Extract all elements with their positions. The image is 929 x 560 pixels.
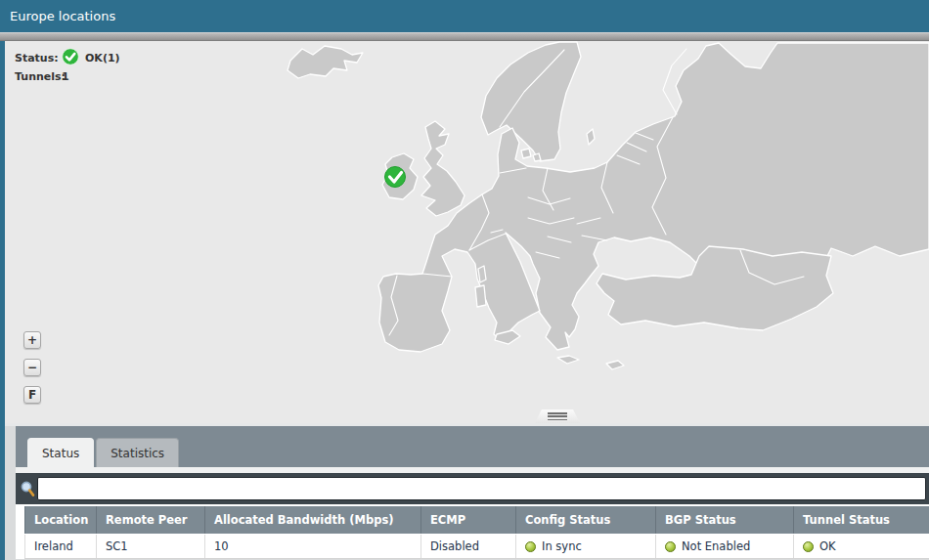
map-panel-splitter[interactable]: [535, 409, 580, 423]
column-header-config-status[interactable]: Config Status: [516, 506, 656, 535]
table-row-ireland[interactable]: Ireland SC1 10 Disabled In sync Not Enab…: [25, 535, 929, 559]
tab-strip: Status Statistics: [16, 426, 929, 467]
map-zoom-controls: + − F: [23, 331, 41, 413]
green-status-dot-icon: [665, 541, 676, 552]
map-turkey: [597, 246, 833, 330]
config-status-text: In sync: [542, 539, 582, 553]
europe-map-area[interactable]: Status: OK(1) Tunnels: 1 + − F: [5, 41, 929, 423]
green-status-dot-icon: [803, 541, 814, 552]
map-great-britain: [421, 121, 464, 216]
map-sardinia: [475, 285, 486, 307]
map-status-overlay: Status: OK(1) Tunnels: 1: [15, 49, 120, 86]
splitter-grip-icon: [548, 412, 567, 421]
column-header-location[interactable]: Location: [25, 506, 97, 535]
map-corsica: [478, 266, 486, 282]
status-label: Status:: [15, 51, 60, 65]
tab-statistics-label: Statistics: [111, 447, 164, 460]
tab-status-label: Status: [42, 447, 79, 460]
tab-statistics[interactable]: Statistics: [96, 438, 179, 467]
tab-status[interactable]: Status: [27, 438, 94, 467]
status-ok-icon: [62, 48, 79, 69]
zoom-out-button[interactable]: −: [23, 359, 41, 376]
app-window: Europe locations: [0, 0, 929, 560]
map-iceland: [288, 46, 363, 78]
cell-remote-peer: SC1: [97, 535, 205, 559]
cell-bgp-status: Not Enabled: [656, 535, 794, 559]
column-header-allocated-bandwidth[interactable]: Allocated Bandwidth (Mbps): [205, 506, 421, 535]
location-marker-ireland[interactable]: [385, 167, 406, 188]
status-table-wrap: Location Remote Peer Allocated Bandwidth…: [16, 506, 929, 559]
map-crete: [557, 356, 579, 364]
map-cyprus: [606, 361, 624, 369]
left-accent-border: [0, 41, 5, 560]
status-row: Status: OK(1): [15, 49, 120, 67]
cell-config-status: In sync: [516, 535, 656, 559]
page-title: Europe locations: [10, 9, 115, 23]
europe-map-graphic: [5, 41, 929, 423]
status-table: Location Remote Peer Allocated Bandwidth…: [24, 506, 929, 559]
tunnel-status-text: OK: [819, 539, 836, 553]
tunnels-value: 1: [62, 69, 69, 84]
search-bar: [16, 473, 929, 504]
cell-location: Ireland: [25, 535, 97, 559]
cell-tunnel-status: OK: [794, 535, 929, 559]
column-header-ecmp[interactable]: ECMP: [421, 506, 516, 535]
column-header-bgp-status[interactable]: BGP Status: [656, 506, 794, 535]
column-header-tunnel-status[interactable]: Tunnel Status: [794, 506, 929, 535]
bottom-panel: Status Statistics: [5, 423, 929, 560]
map-gotland: [587, 129, 595, 145]
search-input[interactable]: [37, 477, 926, 500]
window-title-bar: Europe locations: [0, 0, 929, 32]
cell-ecmp: Disabled: [421, 535, 516, 559]
column-header-remote-peer[interactable]: Remote Peer: [97, 506, 205, 535]
fit-view-button[interactable]: F: [23, 386, 41, 404]
status-value: OK(1): [85, 51, 120, 65]
tunnels-row: Tunnels: 1: [15, 67, 120, 86]
search-icon: [20, 481, 35, 497]
bgp-status-text: Not Enabled: [682, 539, 750, 553]
header-divider: [0, 32, 929, 41]
green-status-dot-icon: [525, 541, 536, 552]
cell-allocated-bandwidth: 10: [205, 535, 421, 559]
table-header-row: Location Remote Peer Allocated Bandwidth…: [25, 506, 929, 535]
zoom-in-button[interactable]: +: [23, 331, 41, 349]
tunnels-label: Tunnels:: [15, 69, 60, 84]
map-scandinavia: [481, 42, 581, 161]
